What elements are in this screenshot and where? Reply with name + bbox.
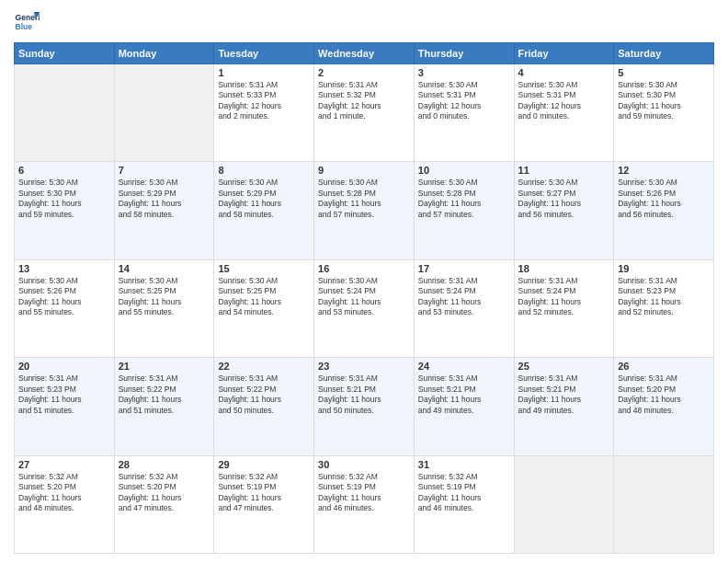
- calendar-cell: 9Sunrise: 5:30 AM Sunset: 5:28 PM Daylig…: [314, 162, 415, 259]
- weekday-header-wednesday: Wednesday: [314, 43, 415, 64]
- cell-details: Sunrise: 5:30 AM Sunset: 5:25 PM Dayligh…: [119, 276, 210, 318]
- cell-details: Sunrise: 5:30 AM Sunset: 5:28 PM Dayligh…: [418, 178, 510, 220]
- calendar-cell: 5Sunrise: 5:30 AM Sunset: 5:30 PM Daylig…: [614, 64, 714, 162]
- calendar-cell: [114, 64, 214, 162]
- day-number: 14: [119, 263, 210, 274]
- calendar-cell: 7Sunrise: 5:30 AM Sunset: 5:29 PM Daylig…: [114, 162, 214, 259]
- day-number: 19: [618, 263, 710, 274]
- cell-details: Sunrise: 5:31 AM Sunset: 5:22 PM Dayligh…: [119, 373, 210, 416]
- logo: General Blue: [14, 9, 43, 35]
- cell-details: Sunrise: 5:31 AM Sunset: 5:24 PM Dayligh…: [418, 276, 510, 318]
- cell-details: Sunrise: 5:31 AM Sunset: 5:24 PM Dayligh…: [518, 276, 610, 318]
- day-number: 4: [518, 67, 610, 78]
- day-number: 18: [518, 263, 610, 274]
- day-number: 23: [318, 361, 410, 372]
- day-number: 31: [418, 459, 510, 470]
- day-number: 9: [318, 165, 410, 176]
- day-number: 22: [218, 361, 310, 372]
- cell-details: Sunrise: 5:31 AM Sunset: 5:21 PM Dayligh…: [418, 373, 510, 416]
- day-number: 21: [119, 361, 210, 372]
- day-number: 12: [618, 165, 710, 176]
- calendar-cell: 31Sunrise: 5:32 AM Sunset: 5:19 PM Dayli…: [414, 455, 514, 553]
- calendar-cell: 19Sunrise: 5:31 AM Sunset: 5:23 PM Dayli…: [614, 259, 714, 357]
- day-number: 24: [418, 361, 510, 372]
- cell-details: Sunrise: 5:30 AM Sunset: 5:29 PM Dayligh…: [119, 178, 210, 220]
- calendar-week-row: 1Sunrise: 5:31 AM Sunset: 5:33 PM Daylig…: [15, 64, 714, 162]
- day-number: 27: [18, 459, 110, 470]
- day-number: 25: [518, 361, 610, 372]
- calendar-cell: 14Sunrise: 5:30 AM Sunset: 5:25 PM Dayli…: [114, 259, 214, 357]
- cell-details: Sunrise: 5:31 AM Sunset: 5:20 PM Dayligh…: [618, 373, 710, 416]
- calendar-cell: 6Sunrise: 5:30 AM Sunset: 5:30 PM Daylig…: [15, 162, 115, 259]
- calendar-week-row: 27Sunrise: 5:32 AM Sunset: 5:20 PM Dayli…: [15, 455, 714, 553]
- calendar-cell: 15Sunrise: 5:30 AM Sunset: 5:25 PM Dayli…: [214, 259, 314, 357]
- cell-details: Sunrise: 5:30 AM Sunset: 5:25 PM Dayligh…: [218, 276, 310, 318]
- day-number: 28: [119, 459, 210, 470]
- cell-details: Sunrise: 5:30 AM Sunset: 5:24 PM Dayligh…: [318, 276, 410, 318]
- calendar-cell: 22Sunrise: 5:31 AM Sunset: 5:22 PM Dayli…: [214, 358, 314, 455]
- weekday-header-monday: Monday: [114, 43, 214, 64]
- cell-details: Sunrise: 5:30 AM Sunset: 5:31 PM Dayligh…: [418, 80, 510, 122]
- cell-details: Sunrise: 5:31 AM Sunset: 5:33 PM Dayligh…: [218, 80, 310, 122]
- weekday-header-friday: Friday: [514, 43, 614, 64]
- cell-details: Sunrise: 5:31 AM Sunset: 5:22 PM Dayligh…: [218, 373, 310, 416]
- calendar-cell: 17Sunrise: 5:31 AM Sunset: 5:24 PM Dayli…: [414, 259, 514, 357]
- header: General Blue: [14, 9, 714, 35]
- cell-details: Sunrise: 5:32 AM Sunset: 5:19 PM Dayligh…: [318, 472, 410, 514]
- day-number: 1: [218, 67, 310, 78]
- calendar-cell: 11Sunrise: 5:30 AM Sunset: 5:27 PM Dayli…: [514, 162, 614, 259]
- day-number: 10: [418, 165, 510, 176]
- cell-details: Sunrise: 5:30 AM Sunset: 5:31 PM Dayligh…: [518, 80, 610, 122]
- weekday-header-row: SundayMondayTuesdayWednesdayThursdayFrid…: [15, 43, 714, 64]
- day-number: 13: [18, 263, 110, 274]
- day-number: 3: [418, 67, 510, 78]
- calendar-cell: 18Sunrise: 5:31 AM Sunset: 5:24 PM Dayli…: [514, 259, 614, 357]
- cell-details: Sunrise: 5:32 AM Sunset: 5:19 PM Dayligh…: [218, 472, 310, 514]
- cell-details: Sunrise: 5:32 AM Sunset: 5:20 PM Dayligh…: [18, 472, 110, 514]
- calendar-week-row: 6Sunrise: 5:30 AM Sunset: 5:30 PM Daylig…: [15, 162, 714, 259]
- day-number: 15: [218, 263, 310, 274]
- cell-details: Sunrise: 5:32 AM Sunset: 5:19 PM Dayligh…: [418, 472, 510, 514]
- cell-details: Sunrise: 5:31 AM Sunset: 5:23 PM Dayligh…: [618, 276, 710, 318]
- calendar-cell: 12Sunrise: 5:30 AM Sunset: 5:26 PM Dayli…: [614, 162, 714, 259]
- calendar-cell: [514, 455, 614, 553]
- calendar-cell: 4Sunrise: 5:30 AM Sunset: 5:31 PM Daylig…: [514, 64, 614, 162]
- day-number: 7: [119, 165, 210, 176]
- cell-details: Sunrise: 5:31 AM Sunset: 5:21 PM Dayligh…: [518, 373, 610, 416]
- day-number: 26: [618, 361, 710, 372]
- cell-details: Sunrise: 5:30 AM Sunset: 5:29 PM Dayligh…: [218, 178, 310, 220]
- calendar-cell: 16Sunrise: 5:30 AM Sunset: 5:24 PM Dayli…: [314, 259, 415, 357]
- cell-details: Sunrise: 5:30 AM Sunset: 5:27 PM Dayligh…: [518, 178, 610, 220]
- calendar-cell: 13Sunrise: 5:30 AM Sunset: 5:26 PM Dayli…: [15, 259, 115, 357]
- calendar-cell: 30Sunrise: 5:32 AM Sunset: 5:19 PM Dayli…: [314, 455, 415, 553]
- calendar-cell: 20Sunrise: 5:31 AM Sunset: 5:23 PM Dayli…: [15, 358, 115, 455]
- calendar-cell: 29Sunrise: 5:32 AM Sunset: 5:19 PM Dayli…: [214, 455, 314, 553]
- calendar-cell: 8Sunrise: 5:30 AM Sunset: 5:29 PM Daylig…: [214, 162, 314, 259]
- calendar-cell: [614, 455, 714, 553]
- cell-details: Sunrise: 5:30 AM Sunset: 5:28 PM Dayligh…: [318, 178, 410, 220]
- calendar-week-row: 13Sunrise: 5:30 AM Sunset: 5:26 PM Dayli…: [15, 259, 714, 357]
- day-number: 17: [418, 263, 510, 274]
- general-blue-logo-icon: General Blue: [14, 9, 40, 35]
- calendar-cell: 2Sunrise: 5:31 AM Sunset: 5:32 PM Daylig…: [314, 64, 415, 162]
- cell-details: Sunrise: 5:30 AM Sunset: 5:26 PM Dayligh…: [18, 276, 110, 318]
- day-number: 11: [518, 165, 610, 176]
- calendar-cell: 3Sunrise: 5:30 AM Sunset: 5:31 PM Daylig…: [414, 64, 514, 162]
- calendar-cell: 26Sunrise: 5:31 AM Sunset: 5:20 PM Dayli…: [614, 358, 714, 455]
- calendar-cell: [15, 64, 115, 162]
- weekday-header-thursday: Thursday: [414, 43, 514, 64]
- day-number: 30: [318, 459, 410, 470]
- cell-details: Sunrise: 5:30 AM Sunset: 5:30 PM Dayligh…: [18, 178, 110, 220]
- calendar-cell: 25Sunrise: 5:31 AM Sunset: 5:21 PM Dayli…: [514, 358, 614, 455]
- day-number: 2: [318, 67, 410, 78]
- day-number: 20: [18, 361, 110, 372]
- cell-details: Sunrise: 5:31 AM Sunset: 5:32 PM Dayligh…: [318, 80, 410, 122]
- day-number: 29: [218, 459, 310, 470]
- day-number: 8: [218, 165, 310, 176]
- calendar-cell: 28Sunrise: 5:32 AM Sunset: 5:20 PM Dayli…: [114, 455, 214, 553]
- calendar-table: SundayMondayTuesdayWednesdayThursdayFrid…: [14, 42, 714, 554]
- day-number: 5: [618, 67, 710, 78]
- cell-details: Sunrise: 5:32 AM Sunset: 5:20 PM Dayligh…: [119, 472, 210, 514]
- weekday-header-tuesday: Tuesday: [214, 43, 314, 64]
- svg-text:Blue: Blue: [16, 22, 33, 31]
